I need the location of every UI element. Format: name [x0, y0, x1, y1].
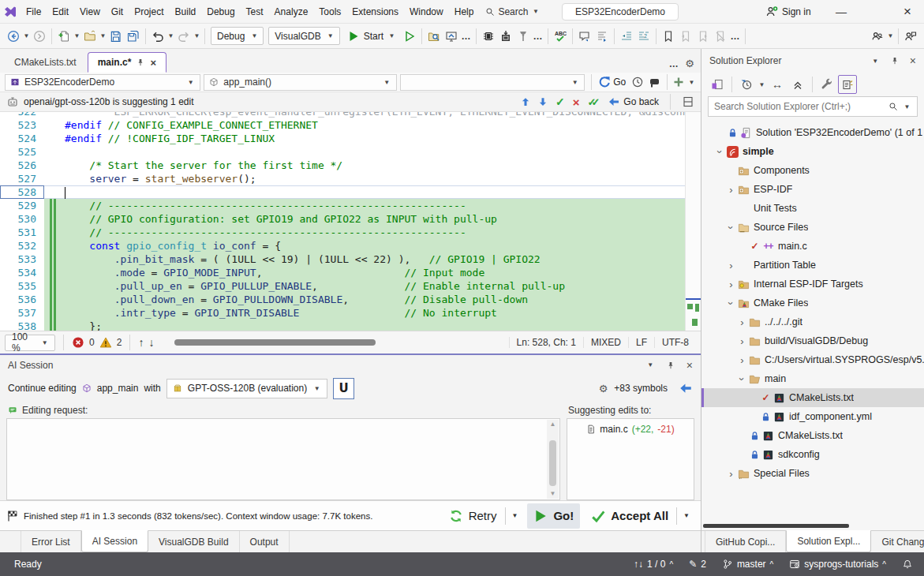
new-file-button[interactable] — [55, 27, 73, 46]
chevron-down-icon[interactable]: ▼ — [22, 32, 31, 39]
tree-item-cmakelists-txt[interactable]: ›✓CMakeLists.txt — [701, 388, 924, 407]
editor-scrollbar[interactable] — [685, 112, 701, 331]
menu-extensions[interactable]: Extensions — [346, 3, 404, 21]
chevron-down-icon[interactable]: › — [725, 222, 737, 234]
close-icon[interactable]: × — [686, 359, 693, 372]
prev-issue-arrow-icon[interactable]: ↑ — [138, 336, 144, 349]
code-line[interactable]: 525 — [0, 145, 701, 159]
tree-item-internal-esp-idf-targets[interactable]: ›Internal ESP-IDF Targets — [701, 275, 924, 294]
next-issue-arrow-icon[interactable]: ↓ — [148, 336, 154, 349]
suggested-edit-item[interactable]: main.c(+22,-21) — [572, 422, 689, 435]
overflow-dots-icon[interactable]: … — [532, 31, 544, 42]
panel-tab-ai-session[interactable]: AI Session — [81, 530, 148, 552]
menu-git[interactable]: Git — [106, 3, 129, 21]
save-all-button[interactable] — [125, 27, 142, 46]
notifications-button[interactable] — [902, 559, 913, 570]
code-line[interactable]: 534 .mode = GPIO_MODE_INPUT, // Input mo… — [0, 266, 701, 279]
chevron-right-icon[interactable]: › — [725, 260, 737, 271]
search-box[interactable]: Search ▼ — [479, 6, 546, 17]
chevron-down-icon[interactable]: ▼ — [886, 32, 895, 39]
chevron-down-icon[interactable]: ▼ — [166, 32, 175, 39]
tree-item-idf-component-yml[interactable]: ›idf_component.yml — [701, 407, 924, 426]
chevron-down-icon[interactable]: ▼ — [758, 81, 766, 88]
feedback-button[interactable] — [902, 27, 919, 46]
menu-test[interactable]: Test — [241, 3, 269, 21]
tree-item-partition-table[interactable]: ›Partition Table — [701, 256, 924, 275]
accept-all-double-check-icon[interactable]: ✓✓ — [588, 96, 600, 108]
code-line[interactable]: 529 // ---------------------------------… — [0, 199, 701, 212]
scroll-up-arrow-icon[interactable]: ▲ — [550, 420, 556, 429]
probe-button[interactable] — [514, 27, 532, 46]
chevron-down-icon[interactable]: ▼ — [871, 58, 880, 65]
menu-build[interactable]: Build — [170, 3, 202, 21]
indentation-mode[interactable]: MIXED — [583, 337, 628, 348]
tree-item-cmakelists-txt[interactable]: ›CMakeLists.txt — [701, 426, 924, 445]
code-line[interactable]: 537 .intr_type = GPIO_INTR_DISABLE // No… — [0, 306, 701, 320]
code-line[interactable]: 526 /* Start the server for the first ti… — [0, 159, 701, 172]
code-line[interactable]: 522 ESP_ERROR_CHECK(esp_event_handler_un… — [0, 112, 701, 118]
minimize-button[interactable]: — — [825, 0, 858, 24]
scrollbar-thumb[interactable] — [703, 524, 849, 528]
pin-icon[interactable] — [890, 56, 900, 65]
overflow-dots-icon[interactable]: … — [460, 31, 473, 42]
go-back-button[interactable]: Go back — [608, 95, 659, 108]
panel-tab-solution-expl-[interactable]: Solution Expl... — [786, 530, 871, 552]
menu-debug[interactable]: Debug — [201, 3, 240, 21]
magnet-button[interactable]: U — [333, 378, 354, 399]
menu-edit[interactable]: Edit — [47, 3, 74, 21]
redo-button[interactable] — [175, 27, 193, 46]
chevron-right-icon[interactable]: › — [736, 335, 748, 347]
code-line[interactable]: 538 }; — [0, 320, 701, 331]
accept-options-chevron[interactable]: ▼ — [679, 512, 694, 519]
chevron-down-icon[interactable]: ▼ — [903, 103, 911, 110]
chevron-down-icon[interactable]: › — [736, 373, 748, 385]
pin-icon[interactable] — [136, 58, 145, 67]
chevron-right-icon[interactable]: › — [736, 354, 748, 366]
close-tab-icon[interactable]: × — [150, 57, 156, 69]
chevron-down-icon[interactable]: ▼ — [73, 32, 81, 39]
reject-edit-cross-icon[interactable]: × — [573, 95, 580, 109]
menu-window[interactable]: Window — [404, 3, 449, 21]
format-button[interactable] — [593, 27, 611, 46]
save-button[interactable] — [107, 27, 125, 46]
switch-view-button[interactable] — [708, 75, 727, 94]
next-edit-arrow-down-icon[interactable] — [538, 97, 548, 107]
preview-button[interactable] — [838, 75, 857, 94]
chevron-down-icon[interactable]: › — [714, 146, 726, 158]
panel-tab-error-list[interactable]: Error List — [21, 531, 81, 552]
flag-button[interactable] — [646, 73, 664, 92]
previous-edit-arrow-up-icon[interactable] — [521, 97, 530, 107]
scrollbar-thumb[interactable] — [174, 339, 376, 346]
scrollbar-thumb[interactable] — [549, 440, 556, 486]
panel-tab-git-changes[interactable]: Git Changes — [871, 531, 924, 552]
tree-item-main[interactable]: ›main — [701, 369, 924, 388]
bookmark-next-button[interactable] — [694, 27, 712, 46]
symbol-dropdown[interactable]: app_main() ▼ — [204, 74, 396, 91]
menu-view[interactable]: View — [74, 3, 106, 21]
collapse-button[interactable] — [788, 75, 807, 94]
document-tab-main-c-[interactable]: main.c*× — [88, 52, 166, 73]
accept-all-button[interactable]: Accept All — [585, 503, 675, 529]
document-tab-cmakelists-txt[interactable]: CMakeLists.txt — [5, 52, 86, 73]
tree-item-source-files[interactable]: ›Source Files — [701, 218, 924, 237]
error-badge-icon[interactable] — [72, 336, 84, 349]
tree-item-esp-idf[interactable]: ›ESP-IDF — [701, 180, 924, 199]
model-dropdown[interactable]: GPT-OSS-120B (evaluation) ▼ — [166, 379, 327, 398]
chevron-right-icon[interactable]: › — [725, 468, 737, 480]
start-debugging-button[interactable]: Start ▼ — [342, 27, 401, 46]
code-line[interactable]: 527 server = start_webserver(); — [0, 172, 701, 185]
outdent-button[interactable] — [618, 27, 635, 46]
go-button[interactable]: Go! — [527, 503, 580, 529]
tree-item-solution-esp32encoderdemo-1-of-1-proje[interactable]: ›Solution 'ESP32EncoderDemo' (1 of 1 pro… — [701, 123, 924, 142]
profile-dropdown[interactable]: VisualGDB ▼ — [268, 27, 339, 45]
tree-item-unit-tests[interactable]: ›Unit Tests — [701, 199, 924, 218]
code-line[interactable]: 523#endif // CONFIG_EXAMPLE_CONNECT_ETHE… — [0, 118, 701, 132]
program-button[interactable] — [497, 27, 514, 46]
panel-tab-github-copi-[interactable]: GitHub Copi... — [705, 531, 786, 552]
undo-button[interactable] — [149, 27, 166, 46]
go-button[interactable]: Go — [595, 76, 629, 88]
project-dropdown[interactable]: ESP32EncoderDemo ▼ — [5, 74, 200, 91]
panel-tab-output[interactable]: Output — [240, 531, 290, 552]
chevron-down-icon[interactable]: ▼ — [687, 79, 696, 86]
editor-settings-gear-icon[interactable]: ⚙ — [685, 58, 694, 69]
